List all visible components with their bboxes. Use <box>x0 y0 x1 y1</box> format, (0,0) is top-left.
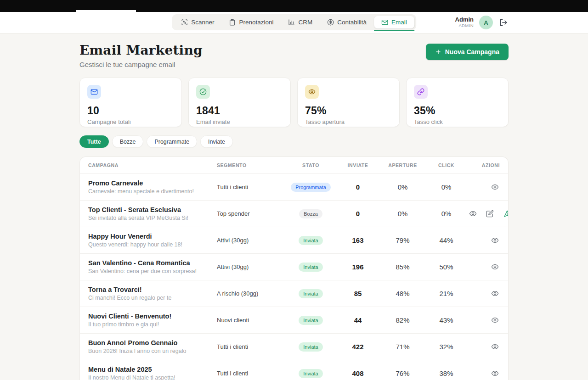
avatar[interactable]: A <box>479 16 493 29</box>
page-subtitle: Gestisci le tue campagne email <box>79 61 203 68</box>
open-rate: 85% <box>381 263 424 271</box>
campaign-title: Menu di Natale 2025 <box>88 365 212 374</box>
scan-icon <box>181 19 188 26</box>
status-cell: Inviata <box>287 316 335 325</box>
campaign-title: Buon Anno! Promo Gennaio <box>88 339 212 347</box>
filter-pills: Tutte Bozze Programmate Inviate <box>79 135 509 148</box>
actions-cell <box>468 315 500 325</box>
column-azioni: AZIONI <box>468 162 500 168</box>
campaign-title: Top Clienti - Serata Esclusiva <box>88 206 212 214</box>
click-rate: 43% <box>424 316 468 324</box>
status-cell: Inviata <box>287 289 335 298</box>
stat-value: 1841 <box>196 105 283 117</box>
filter-inviate[interactable]: Inviate <box>200 135 233 148</box>
table-row: Top Clienti - Serata Esclusiva Sei invit… <box>80 200 508 227</box>
segment-cell: Nuovi clienti <box>217 317 287 324</box>
view-campaign-button[interactable] <box>490 289 500 298</box>
segment-cell: Top spender <box>217 210 287 217</box>
tab-crm[interactable]: CRM <box>281 16 320 28</box>
segment-cell: Tutti i clienti <box>217 343 287 350</box>
filter-programmate[interactable]: Programmate <box>147 135 197 148</box>
actions-cell <box>468 369 500 378</box>
actions-cell <box>468 182 500 192</box>
actions-cell <box>468 262 500 272</box>
table-row: Torna a Trovarci! Ci manchi! Ecco un reg… <box>80 280 508 307</box>
tab-scanner[interactable]: Scanner <box>174 16 221 28</box>
campaign-title: Nuovi Clienti - Benvenuto! <box>88 312 212 320</box>
eye-icon <box>305 85 319 99</box>
main-content: Email Marketing Gestisci le tue campagne… <box>79 34 509 380</box>
campaign-subtitle: Ci manchi! Ecco un regalo per te <box>88 295 212 302</box>
view-campaign-button[interactable] <box>490 235 500 245</box>
table-row: Buon Anno! Promo Gennaio Buon 2026! Iniz… <box>80 333 508 360</box>
table-row: Happy Hour Venerdi Questo venerdi: happy… <box>80 227 508 253</box>
edit-campaign-button[interactable] <box>485 209 495 219</box>
new-campaign-button[interactable]: Nuova Campagna <box>426 44 509 60</box>
table-header: CAMPAGNA SEGMENTO STATO INVIATE APERTURE… <box>80 157 508 173</box>
mail-icon <box>381 19 388 26</box>
status-cell: Inviata <box>287 263 335 272</box>
column-inviate: INVIATE <box>335 162 381 168</box>
tab-label: Email <box>391 19 407 26</box>
open-rate: 71% <box>381 343 424 351</box>
eye-icon <box>491 369 499 377</box>
table-row: Nuovi Clienti - Benvenuto! Il tuo primo … <box>80 307 508 333</box>
user-names: Admin ADMIN <box>455 17 474 28</box>
segment-cell: Tutti i clienti <box>217 184 287 190</box>
eye-icon <box>491 316 499 324</box>
check-circle-icon <box>196 85 210 99</box>
campaign-subtitle: Questo venerdi: happy hour dalle 18! <box>88 241 212 248</box>
view-campaign-button[interactable] <box>490 315 500 325</box>
table-row: Promo Carnevale Carnevale: menu speciale… <box>80 173 508 200</box>
page-head-text: Email Marketing Gestisci le tue campagne… <box>79 43 203 68</box>
view-campaign-button[interactable] <box>468 209 478 219</box>
status-badge: Inviata <box>299 236 322 245</box>
campaign-title: San Valentino - Cena Romantica <box>88 259 212 267</box>
column-stato: STATO <box>287 162 335 168</box>
click-rate: 0% <box>424 183 468 191</box>
status-cell: Inviata <box>287 342 335 352</box>
tab-prenotazioni[interactable]: Prenotazioni <box>221 16 281 28</box>
sent-count: 44 <box>335 316 381 324</box>
tab-label: Prenotazioni <box>239 19 273 26</box>
stat-label: Tasso apertura <box>305 118 392 125</box>
user-name: Admin <box>455 17 474 23</box>
actions-cell <box>468 209 509 219</box>
view-campaign-button[interactable] <box>490 342 500 352</box>
stat-card-total-campaigns: 10 Campagne totali <box>79 78 182 127</box>
send-campaign-button[interactable] <box>502 209 509 219</box>
nav-tab-group: Scanner Prenotazioni CRM Contabilità <box>172 14 416 30</box>
actions-cell <box>468 289 500 298</box>
eye-icon <box>491 183 499 191</box>
stat-card-click-rate: 35% Tasso click <box>406 78 509 127</box>
view-campaign-button[interactable] <box>490 262 500 272</box>
click-rate: 32% <box>424 343 468 351</box>
sent-count: 85 <box>335 290 381 297</box>
view-campaign-button[interactable] <box>490 369 500 378</box>
stat-label: Email inviate <box>196 118 283 125</box>
stat-label: Tasso click <box>414 118 501 125</box>
status-badge: Bozza <box>299 209 322 218</box>
send-icon <box>503 210 509 218</box>
status-badge: Inviata <box>299 369 322 378</box>
tab-contabilita[interactable]: Contabilità <box>320 16 374 28</box>
plus-icon <box>435 49 441 55</box>
open-rate: 79% <box>381 236 424 244</box>
status-cell: Bozza <box>287 209 335 218</box>
mail-icon <box>87 85 101 99</box>
sent-count: 0 <box>335 183 381 191</box>
campaign-table-body: Promo Carnevale Carnevale: menu speciale… <box>80 173 508 380</box>
bar-chart-icon <box>288 19 295 26</box>
filter-bozze[interactable]: Bozze <box>112 135 144 148</box>
tab-email[interactable]: Email <box>374 16 414 28</box>
status-badge: Inviata <box>299 263 322 272</box>
stat-label: Campagne totali <box>87 118 174 125</box>
filter-tutte[interactable]: Tutte <box>79 135 109 148</box>
sent-count: 0 <box>335 210 381 218</box>
sent-count: 196 <box>335 263 381 271</box>
status-badge: Inviata <box>299 342 322 352</box>
campaign-subtitle: Carnevale: menu speciale e divertimento! <box>88 188 212 195</box>
campaign-cell: San Valentino - Cena Romantica San Valen… <box>88 259 217 275</box>
view-campaign-button[interactable] <box>490 182 500 192</box>
logout-button[interactable] <box>498 17 509 28</box>
